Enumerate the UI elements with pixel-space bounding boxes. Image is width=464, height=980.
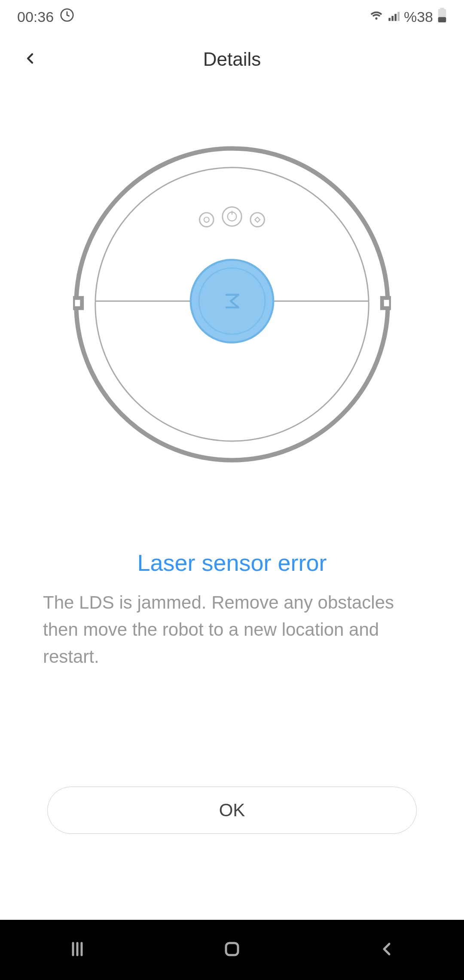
- recents-button[interactable]: [67, 939, 88, 961]
- status-bar: 00:36 %38: [0, 0, 464, 34]
- svg-rect-25: [226, 943, 238, 955]
- ok-button-label: OK: [219, 800, 245, 821]
- svg-rect-12: [73, 298, 82, 308]
- svg-rect-6: [438, 17, 446, 22]
- system-nav-bar: [0, 920, 464, 980]
- svg-rect-2: [391, 16, 394, 21]
- system-back-button[interactable]: [376, 939, 397, 961]
- status-left: 00:36: [17, 8, 74, 26]
- svg-rect-1: [388, 18, 391, 21]
- error-title: Laser sensor error: [0, 549, 464, 576]
- app-header: Details: [0, 34, 464, 85]
- svg-rect-13: [382, 298, 391, 308]
- signal-icon: [388, 9, 400, 25]
- error-description: The LDS is jammed. Remove any obstacles …: [0, 589, 464, 670]
- ok-button[interactable]: OK: [47, 787, 417, 834]
- status-time: 00:36: [17, 9, 54, 25]
- page-title: Details: [17, 49, 447, 70]
- whatsapp-icon: [60, 8, 74, 26]
- svg-rect-7: [440, 8, 444, 10]
- status-right: %38: [369, 8, 447, 26]
- battery-text: %38: [404, 9, 433, 25]
- back-button[interactable]: [21, 50, 39, 69]
- svg-rect-3: [394, 14, 397, 21]
- wifi-icon: [369, 8, 383, 25]
- battery-icon: [437, 8, 447, 26]
- home-button[interactable]: [222, 939, 242, 961]
- robot-illustration: [0, 145, 464, 463]
- svg-rect-4: [397, 12, 400, 21]
